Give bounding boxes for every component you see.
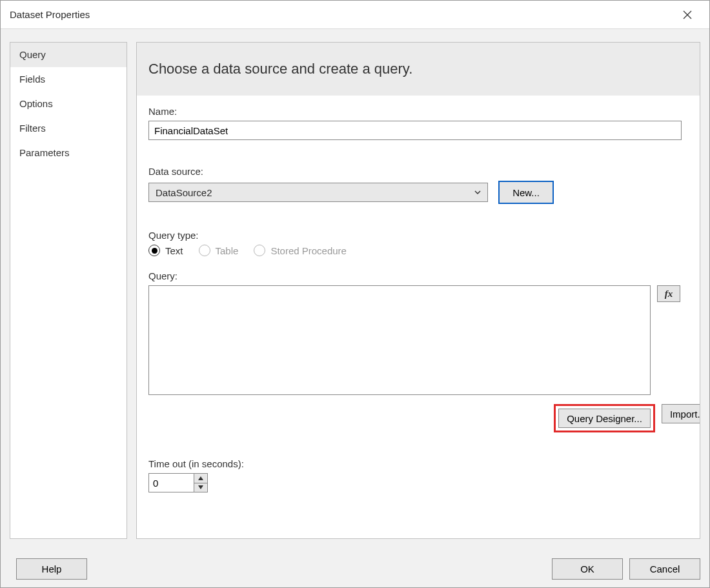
timeout-label: Time out (in seconds):: [148, 458, 688, 469]
svg-marker-3: [198, 485, 203, 489]
button-label: Cancel: [650, 563, 680, 574]
new-datasource-button[interactable]: New...: [498, 181, 554, 204]
sidebar-item-label: Options: [19, 98, 53, 109]
query-textarea[interactable]: [148, 285, 651, 395]
querytype-label: Query type:: [148, 230, 688, 241]
sidebar-item-query[interactable]: Query: [10, 43, 127, 67]
chevron-down-icon: [472, 187, 483, 198]
sidebar: Query Fields Options Filters Parameters: [10, 42, 127, 539]
query-designer-button[interactable]: Query Designer...: [558, 409, 651, 428]
radio-label: Table: [216, 245, 239, 256]
radio-label: Stored Procedure: [270, 245, 347, 256]
radio-icon: [148, 245, 160, 256]
radio-text[interactable]: Text: [148, 245, 183, 256]
name-label: Name:: [148, 106, 688, 117]
button-label: Query Designer...: [567, 413, 642, 424]
button-label: OK: [580, 563, 594, 574]
radio-label: Text: [165, 245, 183, 256]
timeout-spinner[interactable]: [148, 473, 208, 492]
panel-content: Name: Data source: DataSource2 New... Qu…: [137, 96, 700, 538]
titlebar: Dataset Properties: [1, 1, 709, 29]
fx-icon: fx: [665, 289, 673, 299]
triangle-up-icon: [198, 476, 203, 480]
radio-stored-procedure: Stored Procedure: [254, 245, 347, 256]
timeout-input[interactable]: [148, 473, 194, 492]
datasource-label: Data source:: [148, 166, 688, 177]
dialog-footer: Help OK Cancel: [1, 550, 709, 587]
svg-marker-2: [198, 476, 203, 480]
datasource-select[interactable]: DataSource2: [148, 183, 488, 202]
button-label: Help: [42, 563, 62, 574]
spinner-down-button[interactable]: [194, 483, 207, 492]
query-button-row: Query Designer... Import... Validate Que…: [298, 404, 700, 432]
querytype-radio-group: Text Table Stored Procedure: [148, 245, 688, 256]
close-button[interactable]: [674, 1, 700, 29]
spinner-buttons: [194, 473, 208, 492]
sidebar-item-fields[interactable]: Fields: [10, 67, 127, 92]
sidebar-item-options[interactable]: Options: [10, 92, 127, 116]
dialog-body: Query Fields Options Filters Parameters …: [1, 29, 709, 550]
sidebar-item-label: Query: [19, 49, 46, 60]
dataset-properties-dialog: Dataset Properties Query Fields Options …: [0, 0, 710, 588]
datasource-value: DataSource2: [156, 187, 212, 198]
sidebar-item-label: Filters: [19, 123, 46, 134]
button-label: Import...: [670, 409, 700, 420]
radio-icon: [199, 245, 210, 256]
sidebar-item-label: Parameters: [19, 147, 70, 158]
panel-header: Choose a data source and create a query.: [137, 43, 700, 96]
close-icon: [682, 10, 693, 20]
triangle-down-icon: [198, 485, 203, 489]
import-button[interactable]: Import...: [662, 404, 700, 423]
highlight-box: Query Designer...: [554, 404, 655, 432]
main-panel: Choose a data source and create a query.…: [136, 42, 700, 539]
spinner-up-button[interactable]: [194, 474, 207, 483]
radio-table: Table: [199, 245, 239, 256]
window-title: Dataset Properties: [10, 9, 674, 20]
sidebar-item-label: Fields: [19, 74, 45, 85]
ok-button[interactable]: OK: [552, 558, 623, 580]
sidebar-item-parameters[interactable]: Parameters: [10, 141, 127, 165]
radio-icon: [254, 245, 265, 256]
query-label: Query:: [148, 270, 688, 281]
expression-button[interactable]: fx: [657, 285, 680, 302]
cancel-button[interactable]: Cancel: [629, 558, 700, 580]
sidebar-item-filters[interactable]: Filters: [10, 116, 127, 141]
help-button[interactable]: Help: [16, 558, 87, 580]
name-input[interactable]: [148, 121, 682, 140]
new-button-label: New...: [512, 187, 540, 198]
